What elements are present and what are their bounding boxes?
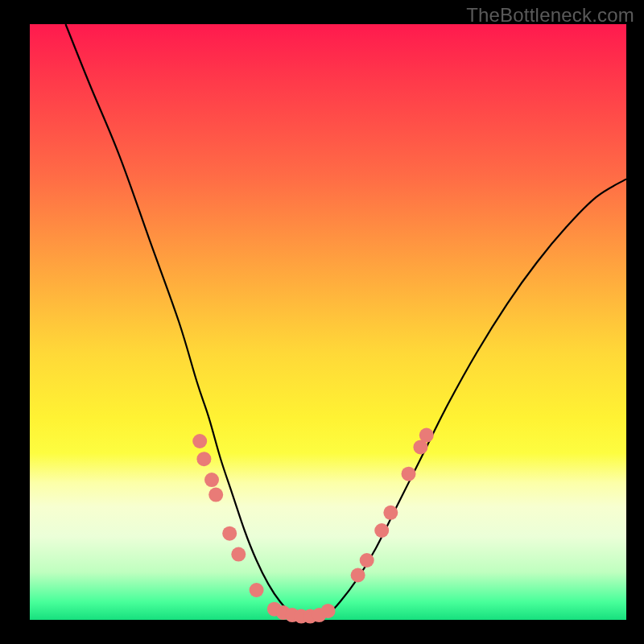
- data-point: [321, 604, 336, 618]
- chart-frame: TheBottleneck.com: [0, 0, 644, 644]
- data-point: [383, 506, 398, 520]
- data-point: [402, 467, 416, 481]
- data-point: [192, 434, 207, 448]
- data-point: [196, 452, 211, 466]
- bottleneck-curve: [66, 24, 627, 617]
- data-point: [360, 553, 374, 568]
- data-point: [250, 583, 264, 597]
- data-point: [351, 568, 365, 583]
- data-points: [192, 428, 434, 624]
- data-point: [374, 523, 389, 538]
- data-point: [231, 547, 246, 562]
- data-point: [419, 428, 434, 443]
- watermark-text: TheBottleneck.com: [466, 4, 634, 27]
- curve-svg: [30, 24, 626, 620]
- plot-area: [30, 24, 626, 620]
- data-point: [208, 488, 223, 502]
- data-point: [222, 526, 237, 541]
- data-point: [204, 473, 219, 487]
